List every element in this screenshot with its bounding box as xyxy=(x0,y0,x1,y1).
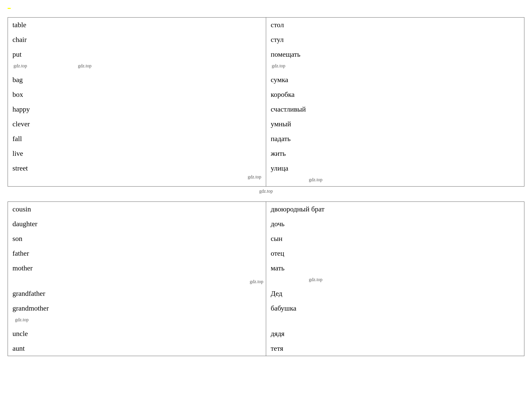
table-cell-en: putgdz.topgdz.top xyxy=(8,47,266,72)
table-cell-en: streetgdz.top xyxy=(8,161,266,186)
table-row: uncleдядя xyxy=(8,326,524,341)
table-cell-en: aunt xyxy=(8,341,266,356)
table-cell-en: bag xyxy=(8,72,266,87)
watermark-between: gdz.top xyxy=(8,189,524,194)
table-row: boxкоробка xyxy=(8,87,524,102)
table-cell-en: box xyxy=(8,87,266,102)
table-row: cleverумный xyxy=(8,117,524,131)
table-row: mothergdz.topматьgdz.top xyxy=(8,261,524,286)
table-cell-ru: матьgdz.top xyxy=(266,261,524,286)
table-cell-en: clever xyxy=(8,117,266,131)
table-cell-ru: падать xyxy=(266,131,524,146)
table-cell-ru: умный xyxy=(266,117,524,131)
table-cell-ru: дядя xyxy=(266,326,524,341)
table-cell-en: grandfather xyxy=(8,286,266,301)
table-row: tableстол xyxy=(8,18,524,32)
table-cell-ru: Дед xyxy=(266,286,524,301)
table-row: grandmothergdz.topбабушка xyxy=(8,301,524,326)
table-cell-ru: тетя xyxy=(266,341,524,356)
table-cell-ru: дочь xyxy=(266,217,524,231)
table-row: streetgdz.topулицаgdz.top xyxy=(8,161,524,186)
table1-container: tableстолchairстулputgdz.topgdz.topпомещ… xyxy=(8,17,524,187)
table-cell-en: father xyxy=(8,246,266,261)
table-row: cousinдвоюродный брат xyxy=(8,202,524,217)
table2: cousinдвоюродный братdaughterдочьsonсынf… xyxy=(8,202,524,356)
table-cell-en: grandmothergdz.top xyxy=(8,301,266,326)
table-cell-ru: помещатьgdz.top xyxy=(266,47,524,72)
lesson-title xyxy=(8,8,11,9)
table-cell-en: live xyxy=(8,146,266,161)
table-row: happyсчастливый xyxy=(8,102,524,117)
table-row: fatherотец xyxy=(8,246,524,261)
table-row: auntтетя xyxy=(8,341,524,356)
table-row: chairстул xyxy=(8,32,524,47)
table-cell-ru: бабушка xyxy=(266,301,524,326)
table-row: sonсын xyxy=(8,231,524,246)
table-row: daughterдочь xyxy=(8,217,524,231)
table-cell-ru: сын xyxy=(266,231,524,246)
table-row: bagсумка xyxy=(8,72,524,87)
table-row: grandfatherДед xyxy=(8,286,524,301)
table-cell-en: chair xyxy=(8,32,266,47)
table-cell-ru: стол xyxy=(266,18,524,32)
table2-container: cousinдвоюродный братdaughterдочьsonсынf… xyxy=(8,202,524,356)
table-cell-ru: стул xyxy=(266,32,524,47)
table-cell-ru: жить xyxy=(266,146,524,161)
table-cell-ru: счастливый xyxy=(266,102,524,117)
table-row: liveжить xyxy=(8,146,524,161)
table-cell-ru: сумка xyxy=(266,72,524,87)
table-cell-en: happy xyxy=(8,102,266,117)
table-cell-en: uncle xyxy=(8,326,266,341)
table-cell-en: son xyxy=(8,231,266,246)
table-cell-ru: отец xyxy=(266,246,524,261)
table-row: putgdz.topgdz.topпомещатьgdz.top xyxy=(8,47,524,72)
table-cell-ru: коробка xyxy=(266,87,524,102)
table-cell-en: fall xyxy=(8,131,266,146)
table-cell-ru: двоюродный брат xyxy=(266,202,524,217)
table1: tableстолchairстулputgdz.topgdz.topпомещ… xyxy=(8,18,524,186)
table-cell-en: daughter xyxy=(8,217,266,231)
table-cell-en: mothergdz.top xyxy=(8,261,266,286)
table-row: fallпадать xyxy=(8,131,524,146)
table-cell-en: table xyxy=(8,18,266,32)
table-cell-ru: улицаgdz.top xyxy=(266,161,524,186)
table-cell-en: cousin xyxy=(8,202,266,217)
